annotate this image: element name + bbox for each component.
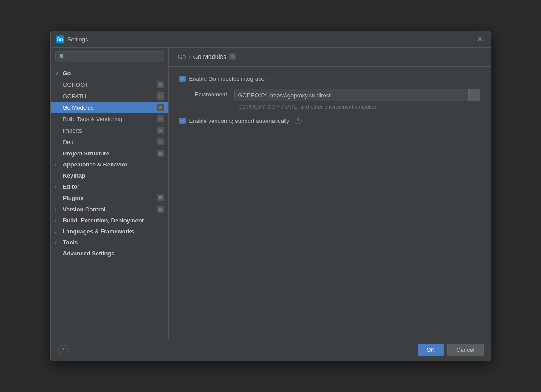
sidebar-item-label-dep: Dep [63,139,74,145]
title-bar-left: Go Settings [56,35,88,43]
sidebar-item-go-modules[interactable]: Go Modules⊟ [51,102,168,113]
sidebar-item-goroot[interactable]: GOROOT⊟ [51,79,168,90]
enable-vendoring-label: Enable vendoring support automatically [189,118,290,124]
search-wrap: 🔍 [55,51,164,62]
close-button[interactable]: ✕ [474,35,485,44]
breadcrumb: Go › Go Modules ⊟ [178,53,236,60]
sidebar-item-label-version-control: Version Control [63,206,106,213]
breadcrumb-separator: › [188,53,190,60]
enable-vendoring-checkbox[interactable] [179,118,186,124]
sidebar-item-label-build-execution: Build, Execution, Deployment [63,217,144,224]
chevron-icon-version-control: › [55,207,60,212]
search-bar: 🔍 [51,48,168,66]
sidebar-item-appearance[interactable]: ›Appearance & Behavior [51,159,168,170]
sidebar-item-build-tags[interactable]: Build Tags & Vendoring⊟ [51,113,168,125]
breadcrumb-current: Go Modules [193,53,226,60]
search-icon: 🔍 [59,54,66,60]
help-button[interactable]: ? [58,345,68,355]
sidebar-item-label-go: Go [63,70,71,77]
sidebar: 🔍 ∨GoGOROOT⊟GOPATH⊟Go Modules⊟Build Tags… [51,48,169,339]
sidebar-item-version-control[interactable]: ›Version Control⊟ [51,203,168,215]
enable-vendoring-wrap: Enable vendoring support automatically ? [179,117,302,124]
dialog-title: Settings [67,36,88,43]
chevron-icon-appearance: › [55,162,60,167]
back-arrow[interactable]: ← [459,52,470,62]
enable-modules-row: Enable Go modules integration [179,75,480,82]
sidebar-item-project-structure[interactable]: Project Structure⊟ [51,148,168,159]
sidebar-item-editor[interactable]: ›Editor [51,181,168,192]
sidebar-icon-gopath: ⊟ [157,92,164,100]
sidebar-item-label-advanced: Advanced Settings [63,250,115,257]
chevron-icon-languages: › [55,229,60,234]
environment-hint: GOPROXY, GOPRIVATE, and other environmen… [229,104,480,110]
sidebar-item-go[interactable]: ∨Go [51,68,168,79]
sidebar-item-advanced[interactable]: Advanced Settings [51,248,168,259]
sidebar-item-tools[interactable]: ›Tools [51,237,168,248]
nav-tree: ∨GoGOROOT⊟GOPATH⊟Go Modules⊟Build Tags &… [51,66,168,339]
sidebar-item-gopath[interactable]: GOPATH⊟ [51,90,168,102]
sidebar-item-label-goroot: GOROOT [63,81,89,88]
cancel-button[interactable]: Cancel [447,344,483,356]
main-header: Go › Go Modules ⊟ ← → [169,48,491,67]
ok-button[interactable]: OK [418,344,444,356]
sidebar-icon-imports: ⊟ [157,127,164,134]
sidebar-item-dep[interactable]: Dep⊟ [51,136,168,148]
environment-row: Environment: ⋮ [179,89,480,101]
search-input[interactable] [68,53,160,60]
footer-buttons: OK Cancel [418,344,483,356]
sidebar-item-label-project-structure: Project Structure [63,150,109,157]
sidebar-item-build-execution[interactable]: ›Build, Execution, Deployment [51,215,168,226]
environment-button[interactable]: ⋮ [468,89,480,101]
sidebar-item-label-appearance: Appearance & Behavior [63,161,128,168]
sidebar-icon-go-modules: ⊟ [157,104,164,111]
footer: ? OK Cancel [51,339,491,361]
sidebar-icon-build-tags: ⊟ [157,115,164,122]
sidebar-item-languages[interactable]: ›Languages & Frameworks [51,226,168,237]
environment-label: Environment: [189,89,229,98]
enable-vendoring-row: Enable vendoring support automatically ? [179,117,480,124]
chevron-icon-editor: › [55,184,60,189]
settings-dialog: Go Settings ✕ 🔍 ∨GoGOROOT⊟GOPATH⊟Go Modu… [50,31,491,361]
environment-input[interactable] [235,90,468,101]
main-panel: Go › Go Modules ⊟ ← → Enable Go modules … [169,48,491,339]
sidebar-item-plugins[interactable]: Plugins⊟ [51,192,168,203]
sidebar-item-label-go-modules: Go Modules [63,104,94,111]
sidebar-item-label-gopath: GOPATH [63,93,86,100]
nav-arrows: ← → [459,52,482,62]
sidebar-item-label-imports: Imports [63,127,82,134]
sidebar-item-label-keymap: Keymap [63,172,86,179]
app-icon: Go [56,35,64,43]
sidebar-icon-goroot: ⊟ [157,81,164,88]
sidebar-item-imports[interactable]: Imports⊟ [51,125,168,136]
breadcrumb-parent[interactable]: Go [178,53,186,60]
sidebar-icon-version-control: ⊟ [157,206,164,213]
sidebar-item-label-editor: Editor [63,183,80,190]
sidebar-icon-dep: ⊟ [157,138,164,145]
sidebar-item-label-tools: Tools [63,239,78,246]
sidebar-item-label-plugins: Plugins [63,195,84,201]
enable-modules-checkbox[interactable] [179,76,186,82]
dialog-content: 🔍 ∨GoGOROOT⊟GOPATH⊟Go Modules⊟Build Tags… [51,48,491,339]
sidebar-item-label-languages: Languages & Frameworks [63,228,134,235]
environment-input-wrap: ⋮ [234,89,480,101]
vendoring-help-icon[interactable]: ? [295,117,302,124]
sidebar-item-keymap[interactable]: Keymap [51,170,168,181]
forward-arrow[interactable]: → [471,52,482,62]
enable-modules-wrap: Enable Go modules integration [179,75,268,82]
sidebar-icon-plugins: ⊟ [157,194,164,201]
enable-modules-label: Enable Go modules integration [189,75,268,82]
chevron-icon-build-execution: › [55,218,60,223]
title-bar: Go Settings ✕ [51,31,491,48]
breadcrumb-icon: ⊟ [229,53,236,60]
sidebar-item-label-build-tags: Build Tags & Vendoring [63,116,122,122]
chevron-icon-go: ∨ [55,71,60,76]
chevron-icon-tools: › [55,240,60,245]
sidebar-icon-project-structure: ⊟ [157,150,164,157]
main-content: Enable Go modules integration Environmen… [169,67,491,339]
